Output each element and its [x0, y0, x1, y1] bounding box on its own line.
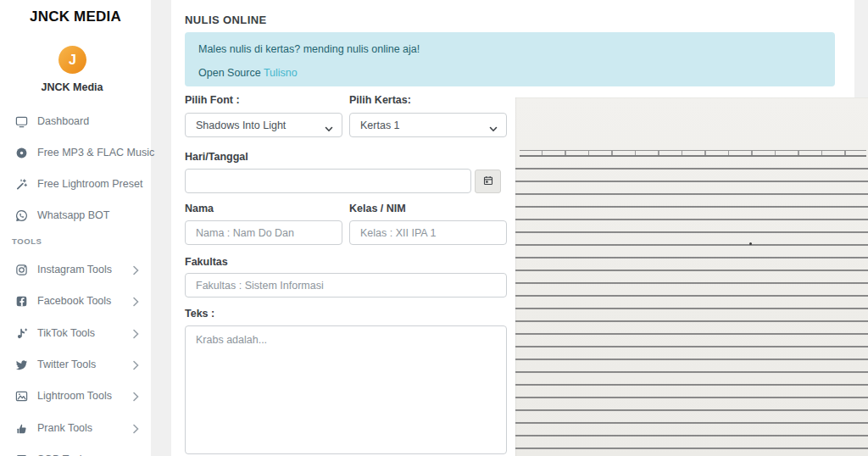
calendar-icon [483, 174, 493, 189]
alert-line2: Open Source Tulisno [198, 67, 821, 79]
sidebar-item-prank-tools[interactable]: Prank Tools [0, 419, 151, 437]
logo-letter: J [69, 53, 76, 68]
chevron-right-icon [132, 359, 139, 374]
brand-logo[interactable]: J [58, 46, 86, 74]
paper-header-rule [520, 150, 866, 157]
sidebar-item-free-lightroom-preset[interactable]: Free Lightroom Preset [0, 175, 151, 193]
paper-ink-speck [749, 242, 752, 245]
alert-line2-prefix: Open Source [198, 67, 264, 79]
tulisno-link[interactable]: Tulisno [264, 67, 298, 79]
chevron-down-icon [489, 123, 498, 135]
sidebar-item-free-mp3-flac-music[interactable]: Free MP3 & FLAC Music [0, 143, 151, 162]
sidebar-item-label: Free MP3 & FLAC Music [37, 147, 154, 158]
lightroom-icon [15, 390, 28, 403]
sidebar: JNCK MEDIA J JNCK Media Dashboard Free M… [0, 0, 151, 456]
class-input[interactable] [349, 220, 507, 245]
text-label: Teks : [185, 308, 214, 320]
sidebar-item-lightroom-tools[interactable]: Lightroom Tools [0, 386, 151, 405]
sidebar-item-label: Prank Tools [37, 422, 92, 434]
class-label: Kelas / NIM [349, 203, 406, 214]
whatsapp-icon [15, 209, 28, 222]
chevron-right-icon [132, 390, 139, 405]
dashboard-icon [15, 115, 28, 128]
chevron-down-icon [325, 123, 333, 135]
sidebar-item-facebook-tools[interactable]: Facebook Tools [0, 292, 151, 310]
chevron-right-icon [132, 264, 139, 279]
page-background-gap [854, 0, 868, 100]
twitter-icon [15, 359, 28, 371]
paper-select-value: Kertas 1 [360, 120, 400, 131]
sidebar-item-label: Twitter Tools [37, 359, 96, 370]
hand-icon [15, 422, 28, 435]
chevron-right-icon [132, 295, 139, 310]
sidebar-item-instagram-tools[interactable]: Instagram Tools [0, 260, 151, 279]
sidebar-item-twitter-tools[interactable]: Twitter Tools [0, 355, 151, 374]
faculty-label: Fakultas [185, 256, 228, 268]
sidebar-item-sgb-tool[interactable]: SGB Tool [0, 450, 151, 456]
sidebar-item-tiktok-tools[interactable]: TikTok Tools [0, 324, 151, 342]
sidebar-item-whatsapp-bot[interactable]: Whatsapp BOT [0, 206, 151, 225]
paper-ruled-lines [515, 168, 868, 456]
page: JNCK MEDIA J JNCK Media Dashboard Free M… [0, 0, 868, 456]
paper-preview [515, 97, 868, 456]
sidebar-item-label: Free Lightroom Preset [37, 178, 142, 190]
name-label: Nama [185, 203, 214, 214]
date-picker-button[interactable] [475, 170, 501, 193]
sidebar-item-label: TikTok Tools [37, 327, 95, 339]
chevron-right-icon [132, 422, 139, 437]
font-select-label: Pilih Font : [185, 94, 240, 106]
page-title: NULIS ONLINE [185, 14, 267, 26]
faculty-input[interactable] [185, 273, 507, 298]
text-area[interactable] [185, 325, 507, 454]
info-alert: Males nulis di kertas? mending nulis onl… [185, 32, 835, 86]
paper-select[interactable]: Kertas 1 [349, 113, 507, 137]
chevron-right-icon [132, 327, 139, 342]
facebook-icon [15, 295, 28, 308]
sidebar-item-label: Facebook Tools [37, 295, 111, 307]
brand-title: JNCK MEDIA [0, 8, 151, 25]
sidebar-section-tools: TOOLS [12, 236, 42, 246]
sidebar-item-label: Instagram Tools [37, 264, 112, 275]
music-disc-icon [15, 147, 28, 159]
sidebar-item-label: Whatsapp BOT [37, 209, 109, 221]
tiktok-icon [15, 327, 28, 340]
font-select[interactable]: Shadows Into Light [185, 113, 342, 137]
instagram-icon [15, 264, 28, 276]
sidebar-item-label: Dashboard [37, 115, 89, 127]
paper-select-label: Pilih Kertas: [349, 94, 411, 106]
brand-name: JNCK Media [0, 81, 144, 93]
sidebar-item-label: Lightroom Tools [37, 390, 112, 402]
font-select-value: Shadows Into Light [196, 120, 286, 131]
name-input[interactable] [185, 220, 342, 245]
date-input[interactable] [185, 169, 471, 193]
date-label: Hari/Tanggal [185, 151, 248, 163]
sidebar-item-dashboard[interactable]: Dashboard [0, 112, 151, 131]
sgb-icon [15, 453, 28, 456]
alert-line1: Males nulis di kertas? mending nulis onl… [198, 43, 821, 55]
magic-wand-icon [15, 178, 28, 191]
